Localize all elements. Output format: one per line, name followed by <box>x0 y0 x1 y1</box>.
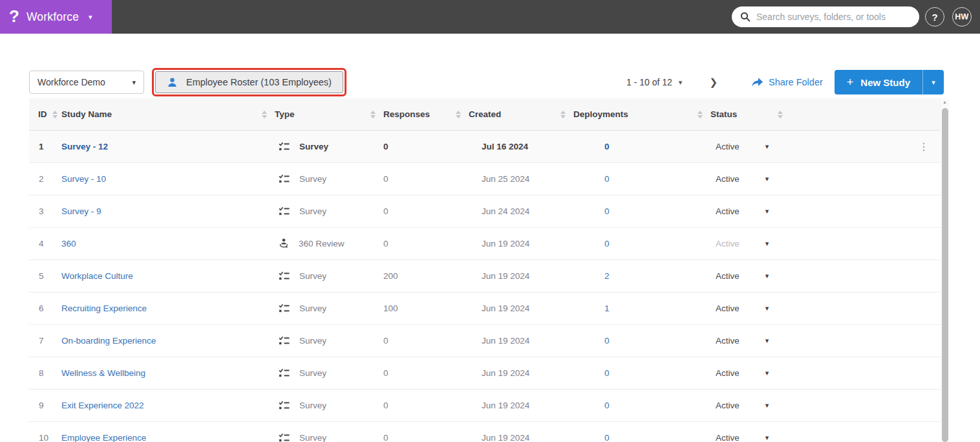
brand-logo-icon: ? <box>9 8 19 25</box>
deployments-link[interactable]: 0 <box>604 336 610 346</box>
row-menu-icon[interactable]: ⋮ <box>919 142 929 151</box>
cell-deployments: 0 <box>573 368 710 378</box>
chevron-down-icon: ▾ <box>765 304 769 313</box>
chevron-down-icon: ▾ <box>89 13 92 21</box>
status-dropdown[interactable]: Active ▾ <box>710 336 794 346</box>
status-dropdown[interactable]: Active ▾ <box>710 239 794 249</box>
product-name: Workforce <box>27 10 79 24</box>
column-header-type[interactable]: Type <box>275 98 383 130</box>
deployments-link[interactable]: 0 <box>604 142 610 151</box>
cell-deployments: 0 <box>573 401 710 410</box>
status-dropdown[interactable]: Active ▾ <box>710 304 794 313</box>
annotation-highlight-box: Employee Roster (103 Employees) <box>152 68 346 96</box>
user-avatar[interactable]: HW <box>952 7 972 27</box>
cell-type: Survey <box>275 174 383 184</box>
cell-id: 3 <box>29 206 61 216</box>
status-dropdown[interactable]: Active ▾ <box>710 368 794 378</box>
column-header-responses[interactable]: Responses <box>383 98 469 130</box>
study-table: IDStudy NameTypeResponsesCreatedDeployme… <box>29 98 941 442</box>
study-name-link[interactable]: Employee Experience <box>61 433 146 442</box>
cell-responses: 0 <box>383 174 469 184</box>
vertical-scrollbar[interactable]: ▲ <box>941 98 949 442</box>
product-switcher[interactable]: ? Workforce ▾ <box>0 0 112 34</box>
cell-study-name: Workplace Culture <box>61 271 275 281</box>
type-label: Survey <box>299 368 326 378</box>
deployments-link[interactable]: 0 <box>604 239 610 249</box>
cell-created: Jun 19 2024 <box>469 271 573 281</box>
share-folder-button[interactable]: Share Folder <box>751 77 823 87</box>
deployments-link[interactable]: 0 <box>604 174 610 184</box>
next-page-button[interactable]: ❯ <box>709 76 718 88</box>
status-label: Active <box>716 433 740 442</box>
folder-select[interactable]: Workforce Demo ▾ <box>29 71 144 94</box>
study-name-link[interactable]: Recruiting Experience <box>61 304 147 313</box>
scrollbar-thumb[interactable] <box>942 108 948 442</box>
360-review-icon <box>279 238 289 249</box>
cell-id: 2 <box>29 174 61 184</box>
status-label: Active <box>716 142 740 151</box>
scroll-up-icon[interactable]: ▲ <box>941 100 949 104</box>
cell-id: 6 <box>29 304 61 313</box>
search-input[interactable] <box>756 12 905 22</box>
study-name-link[interactable]: Survey - 12 <box>61 142 108 151</box>
new-study-button[interactable]: + New Study <box>835 70 922 94</box>
study-name-link[interactable]: Exit Experience 2022 <box>61 401 144 410</box>
study-name-link[interactable]: Wellness & Wellbeing <box>61 368 145 378</box>
cell-type: Survey <box>275 304 383 313</box>
deployments-link[interactable]: 2 <box>604 271 610 281</box>
cell-responses: 0 <box>383 401 469 410</box>
status-dropdown[interactable]: Active ▾ <box>710 271 794 281</box>
table-row: 9 Exit Experience 2022 <box>29 390 941 422</box>
column-header-deployments[interactable]: Deployments <box>573 98 710 130</box>
deployments-link[interactable]: 0 <box>604 433 610 442</box>
cell-type: Survey <box>275 368 383 378</box>
type-label: Survey <box>299 336 326 346</box>
cell-study-name: Survey - 10 <box>61 174 275 184</box>
type-label: 360 Review <box>299 239 345 249</box>
status-dropdown[interactable]: Active ▾ <box>710 433 794 442</box>
cell-deployments: 1 <box>573 304 710 313</box>
search-icon <box>740 12 751 22</box>
cell-created: Jun 19 2024 <box>469 239 573 249</box>
column-header-id[interactable]: ID <box>29 98 61 130</box>
deployments-link[interactable]: 0 <box>604 368 610 378</box>
cell-created: Jul 16 2024 <box>469 142 573 151</box>
status-label: Active <box>716 368 740 378</box>
cell-deployments: 0 <box>573 433 710 442</box>
table-row: 5 Workplace Culture S <box>29 260 941 293</box>
chevron-down-icon: ▾ <box>679 78 683 87</box>
employee-roster-button[interactable]: Employee Roster (103 Employees) <box>155 71 343 93</box>
new-study-dropdown-button[interactable]: ▾ <box>922 70 944 94</box>
column-header-created[interactable]: Created <box>469 98 573 130</box>
pagination-dropdown[interactable]: 1 - 10 of 12 ▾ <box>626 77 682 87</box>
table-row: 7 On-boarding Experience <box>29 325 941 357</box>
deployments-link[interactable]: 0 <box>604 206 610 216</box>
help-button[interactable]: ? <box>925 7 944 27</box>
study-name-link[interactable]: On-boarding Experience <box>61 336 156 346</box>
cell-deployments: 0 <box>573 239 710 249</box>
person-icon <box>167 77 178 88</box>
cell-deployments: 0 <box>573 142 710 151</box>
type-label: Survey <box>299 401 326 410</box>
global-search[interactable] <box>732 6 919 27</box>
column-header-name[interactable]: Study Name <box>61 98 275 130</box>
type-label: Survey <box>299 304 326 313</box>
study-name-link[interactable]: 360 <box>61 239 76 249</box>
cell-created: Jun 24 2024 <box>469 206 573 216</box>
cell-study-name: Survey - 12 <box>61 142 275 151</box>
deployments-link[interactable]: 0 <box>604 401 610 410</box>
column-header-label: Responses <box>383 109 430 119</box>
status-dropdown[interactable]: Active ▾ <box>710 174 794 184</box>
status-dropdown[interactable]: Active ▾ <box>710 206 794 216</box>
study-name-link[interactable]: Survey - 10 <box>61 174 106 184</box>
column-header-status[interactable]: Status <box>710 98 794 130</box>
share-folder-label: Share Folder <box>769 77 823 87</box>
study-name-link[interactable]: Workplace Culture <box>61 271 133 281</box>
study-name-link[interactable]: Survey - 9 <box>61 206 101 216</box>
deployments-link[interactable]: 1 <box>604 304 610 313</box>
cell-study-name: 360 <box>61 239 275 249</box>
cell-study-name: On-boarding Experience <box>61 336 275 346</box>
status-dropdown[interactable]: Active ▾ <box>710 142 794 151</box>
survey-icon <box>279 304 290 313</box>
status-dropdown[interactable]: Active ▾ <box>710 401 794 410</box>
